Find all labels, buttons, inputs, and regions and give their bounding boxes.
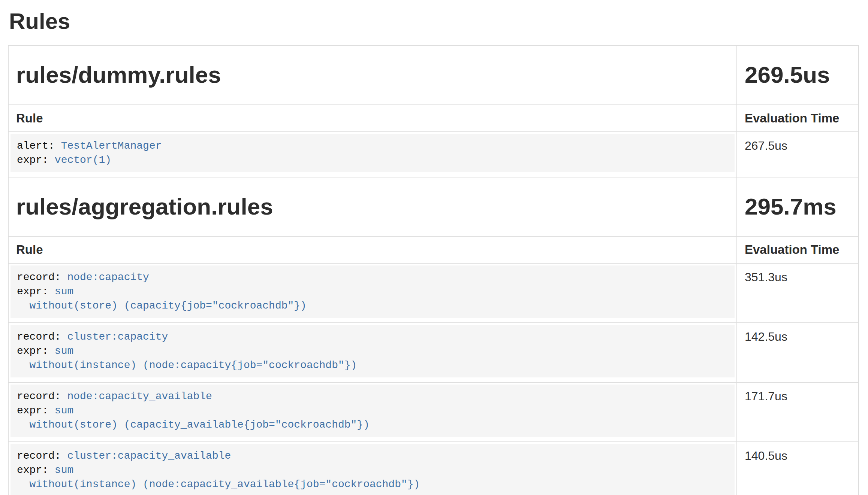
rule-definition: record: cluster:capacity_available expr:… [10,444,735,495]
rule-group-file-cell: rules/dummy.rules [8,45,737,105]
rule-value-link[interactable]: sum [55,286,73,297]
eval-col-header: Evaluation Time [745,111,839,125]
rule-cell: record: node:capacity expr: sum without(… [8,263,737,323]
rule-definition: record: cluster:capacity expr: sum witho… [10,325,735,377]
rule-row: alert: TestAlertManager expr: vector(1) … [8,132,859,177]
rule-keyword: record: [17,450,61,462]
rule-group-header-row: rules/dummy.rules 269.5us [8,45,859,105]
rule-keyword: expr: [17,345,48,357]
rule-keyword: alert: [17,140,55,152]
rule-row: record: cluster:capacity expr: sum witho… [8,323,859,382]
rule-eval-time-cell: 171.7us [737,382,859,442]
rule-value-link[interactable]: node:capacity_available [67,391,212,402]
rule-group-total-time-cell: 295.7ms [737,177,859,237]
rule-value-link[interactable]: sum [55,464,73,476]
eval-time-column-header: Evaluation Time [737,236,859,263]
rule-keyword: expr: [17,154,48,166]
rule-group-file-cell: rules/aggregation.rules [8,177,737,237]
eval-time-column-header: Evaluation Time [737,105,859,132]
rule-value-link[interactable]: cluster:capacity [67,331,168,343]
rule-group-total-time-cell: 269.5us [737,45,859,105]
rule-keyword: record: [17,271,61,283]
rule-value-link[interactable]: vector(1) [55,154,111,166]
rule-keyword: record: [17,331,61,343]
rule-eval-time-cell: 351.3us [737,263,859,323]
page-title: Rules [9,9,858,34]
rule-group-total-time: 269.5us [745,60,851,90]
rule-eval-time-cell: 142.5us [737,323,859,382]
rule-eval-time: 140.5us [745,449,787,462]
rule-col-header: Rule [16,243,43,256]
rule-value-link[interactable]: cluster:capacity_available [67,450,231,462]
rule-eval-time-cell: 140.5us [737,442,859,495]
rule-eval-time: 142.5us [745,330,787,343]
rule-row: record: node:capacity_available expr: su… [8,382,859,442]
rule-column-header: Rule [8,105,737,132]
column-header-row: Rule Evaluation Time [8,105,859,132]
rule-cell: record: cluster:capacity expr: sum witho… [8,323,737,382]
rules-page: Rules rules/dummy.rules 269.5us Rule Eva… [0,9,868,495]
rule-keyword: expr: [17,286,48,297]
rule-group-header-row: rules/aggregation.rules 295.7ms [8,177,859,237]
rule-definition: record: node:capacity_available expr: su… [10,385,735,437]
rule-row: record: node:capacity expr: sum without(… [8,263,859,323]
rule-eval-time: 351.3us [745,270,787,284]
rule-eval-time: 171.7us [745,389,787,403]
rule-eval-time-cell: 267.5us [737,132,859,177]
column-header-row: Rule Evaluation Time [8,236,859,263]
rule-keyword: expr: [17,405,48,416]
rule-definition: record: node:capacity expr: sum without(… [10,265,735,318]
rule-value-link[interactable]: node:capacity [67,271,149,283]
rule-cell: alert: TestAlertManager expr: vector(1) [8,132,737,177]
rule-keyword: record: [17,391,61,402]
eval-col-header: Evaluation Time [745,243,839,256]
rule-value-link[interactable]: TestAlertManager [61,140,162,152]
rule-column-header: Rule [8,236,737,263]
rule-value-link[interactable]: without(instance) (node:capacity{job="co… [17,359,357,371]
rule-group-file: rules/aggregation.rules [16,192,729,222]
rule-value-link[interactable]: without(instance) (node:capacity_availab… [17,479,420,490]
rules-table-body: rules/dummy.rules 269.5us Rule Evaluatio… [8,45,859,495]
rules-table: rules/dummy.rules 269.5us Rule Evaluatio… [8,45,859,495]
rule-group-file: rules/dummy.rules [16,60,729,90]
rule-value-link[interactable]: sum [55,405,73,416]
rule-value-link[interactable]: without(store) (capacity{job="cockroachd… [17,300,307,312]
rule-value-link[interactable]: sum [55,345,73,357]
rule-cell: record: cluster:capacity_available expr:… [8,442,737,495]
rule-cell: record: node:capacity_available expr: su… [8,382,737,442]
rule-col-header: Rule [16,111,43,125]
rule-definition: alert: TestAlertManager expr: vector(1) [10,134,735,172]
rule-row: record: cluster:capacity_available expr:… [8,442,859,495]
rule-eval-time: 267.5us [745,139,787,152]
rule-value-link[interactable]: without(store) (capacity_available{job="… [17,419,370,431]
rule-keyword: expr: [17,464,48,476]
rule-group-total-time: 295.7ms [745,192,851,222]
